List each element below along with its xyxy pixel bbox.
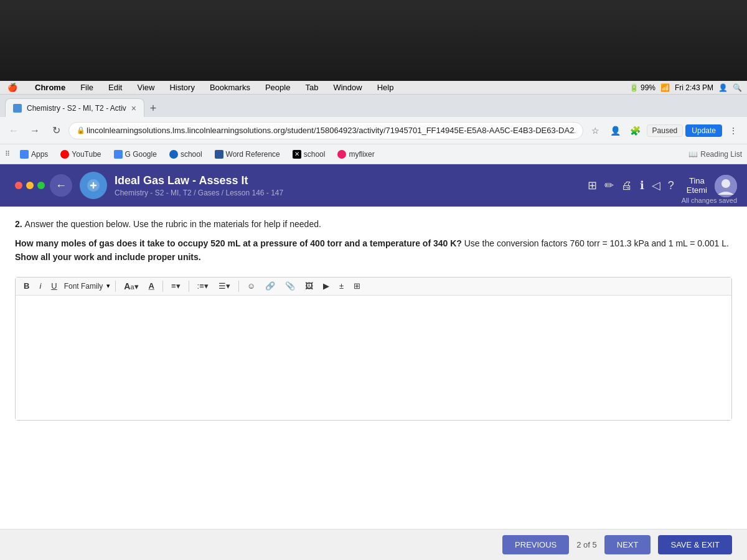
link-button[interactable]: 🔗 <box>262 280 278 292</box>
bookmark-school-1[interactable]: school <box>164 149 207 160</box>
font-size-aa-button[interactable]: Aa▾ <box>121 280 141 292</box>
maximize-light[interactable] <box>37 182 45 189</box>
more-options-button[interactable]: ⋮ <box>725 122 742 139</box>
menu-view[interactable]: View <box>134 83 157 92</box>
bookmark-myflixer[interactable]: myflixer <box>332 149 379 160</box>
question-number: 2. Answer the question below. Use the ru… <box>15 219 732 229</box>
menu-history[interactable]: History <box>167 83 197 92</box>
menu-people[interactable]: People <box>263 83 293 92</box>
tab-bar: Chemistry - S2 - MI, T2 - Activ × + <box>0 95 747 117</box>
save-exit-button[interactable]: SAVE & EXIT <box>658 535 732 554</box>
italic-button[interactable]: i <box>36 280 44 292</box>
reading-list[interactable]: 📖 Reading List <box>688 150 742 159</box>
edit-icon[interactable]: ✏ <box>604 179 614 192</box>
menubar-user-icon[interactable]: 👤 <box>718 83 728 92</box>
refresh-button[interactable]: ↻ <box>47 122 65 139</box>
ordered-list-button[interactable]: :≡▾ <box>194 280 212 292</box>
video-button[interactable]: ▶ <box>320 280 332 292</box>
dropdown-arrow: ▾ <box>106 282 110 290</box>
url-input[interactable] <box>87 126 575 135</box>
lms-title-area: Ideal Gas Law - Assess It Chemistry - S2… <box>115 174 588 197</box>
school-icon <box>169 150 178 159</box>
apps-grid-icon: ⠿ <box>5 150 10 158</box>
font-family-label: Font Family <box>64 282 103 291</box>
lms-header-icons: ⊞ ✏ 🖨 ℹ ◁ ? Tina Etemi <box>588 174 737 197</box>
myflixer-icon <box>337 150 346 159</box>
next-button[interactable]: NEXT <box>604 535 651 554</box>
rte-editor-content[interactable] <box>16 296 731 420</box>
menu-tab[interactable]: Tab <box>303 83 321 92</box>
lms-logo <box>80 172 107 199</box>
forward-button[interactable]: → <box>26 122 44 139</box>
menu-help[interactable]: Help <box>375 83 397 92</box>
menu-chrome[interactable]: Chrome <box>32 83 68 92</box>
reading-list-label: Reading List <box>700 150 742 159</box>
math-button[interactable]: ± <box>336 280 347 292</box>
bookmark-word-label: Word Reference <box>226 150 280 159</box>
menubar-wifi: 📶 <box>660 83 670 92</box>
bookmark-myflixer-label: myflixer <box>349 150 374 159</box>
menu-edit[interactable]: Edit <box>106 83 125 92</box>
previous-button[interactable]: PREVIOUS <box>502 535 569 554</box>
print-icon[interactable]: 🖨 <box>621 179 632 192</box>
desktop-background <box>0 0 747 81</box>
tab-favicon <box>13 104 22 113</box>
underline-button[interactable]: U <box>48 280 60 292</box>
menu-window[interactable]: Window <box>331 83 364 92</box>
close-light[interactable] <box>15 182 22 189</box>
menubar-right: 🔋 99% 📶 Fri 2:43 PM 👤 🔍 <box>629 83 742 92</box>
main-content: ← Ideal Gas Law - Assess It Chemistry - … <box>0 164 747 560</box>
bookmark-word-reference[interactable]: Word Reference <box>210 149 285 160</box>
help-icon[interactable]: ? <box>668 179 674 192</box>
attachment-button[interactable]: 📎 <box>282 280 298 292</box>
new-tab-button[interactable]: + <box>144 100 162 117</box>
profile-button[interactable]: 👤 <box>607 122 624 139</box>
back-button[interactable]: ← <box>5 122 22 139</box>
font-color-button[interactable]: A <box>146 280 157 292</box>
rte-toolbar: B i U Font Family ▾ Aa▾ A ≡▾ :≡▾ ☰▾ <box>16 278 731 296</box>
user-name-line1: Tina <box>689 176 705 185</box>
menu-bookmarks[interactable]: Bookmarks <box>207 83 253 92</box>
tab-close-button[interactable]: × <box>131 103 136 113</box>
info-icon[interactable]: ℹ <box>640 179 644 192</box>
question-area: 2. Answer the question below. Use the ru… <box>0 207 747 560</box>
changes-saved-label: All changes saved <box>682 197 737 204</box>
user-avatar[interactable] <box>715 175 737 197</box>
grid-view-icon[interactable]: ⊞ <box>588 179 597 192</box>
bottom-navigation: PREVIOUS 2 of 5 NEXT SAVE & EXIT <box>0 529 747 560</box>
bookmark-apps[interactable]: Apps <box>15 149 53 160</box>
url-bar[interactable]: 🔒 <box>68 122 583 139</box>
update-button[interactable]: Update <box>685 124 722 137</box>
table-button[interactable]: ⊞ <box>350 280 364 292</box>
toolbar-separator-1 <box>115 281 116 292</box>
address-bar: ← → ↻ 🔒 ☆ 👤 🧩 Paused Update ⋮ <box>0 117 747 144</box>
extensions-button[interactable]: 🧩 <box>627 122 644 139</box>
unordered-list-button[interactable]: ☰▾ <box>215 280 233 292</box>
image-button[interactable]: 🖼 <box>302 280 316 292</box>
google-icon <box>114 150 123 159</box>
bookmark-google[interactable]: G Google <box>109 149 162 160</box>
emoji-button[interactable]: ☺ <box>244 280 258 292</box>
svg-point-2 <box>721 179 730 188</box>
bookmark-star-button[interactable]: ☆ <box>587 122 604 139</box>
youtube-icon <box>60 150 69 159</box>
send-icon[interactable]: ◁ <box>652 179 660 192</box>
apple-menu[interactable]: 🍎 <box>5 83 20 92</box>
menubar-time: Fri 2:43 PM <box>675 83 713 92</box>
bookmark-school-2[interactable]: ✕ school <box>288 149 331 160</box>
menu-file[interactable]: File <box>78 83 96 92</box>
format-button[interactable]: ≡▾ <box>168 280 184 292</box>
active-tab[interactable]: Chemistry - S2 - MI, T2 - Activ × <box>5 98 144 117</box>
menubar-search-icon[interactable]: 🔍 <box>733 83 742 92</box>
lms-back-button[interactable]: ← <box>50 174 72 197</box>
rich-text-editor[interactable]: B i U Font Family ▾ Aa▾ A ≡▾ :≡▾ ☰▾ <box>15 277 732 421</box>
paused-button[interactable]: Paused <box>647 124 684 137</box>
bold-button[interactable]: B <box>21 280 32 292</box>
lms-page-subtitle: Chemistry - S2 - MI, T2 / Gases / Lesson… <box>115 189 588 197</box>
bookmarks-bar: ⠿ Apps YouTube G Google school Word Refe… <box>0 144 747 164</box>
bookmark-youtube[interactable]: YouTube <box>55 149 106 160</box>
user-profile[interactable]: Tina Etemi <box>687 176 707 195</box>
minimize-light[interactable] <box>26 182 34 189</box>
bookmark-youtube-label: YouTube <box>72 150 101 159</box>
bookmark-school-2-label: school <box>304 150 326 159</box>
